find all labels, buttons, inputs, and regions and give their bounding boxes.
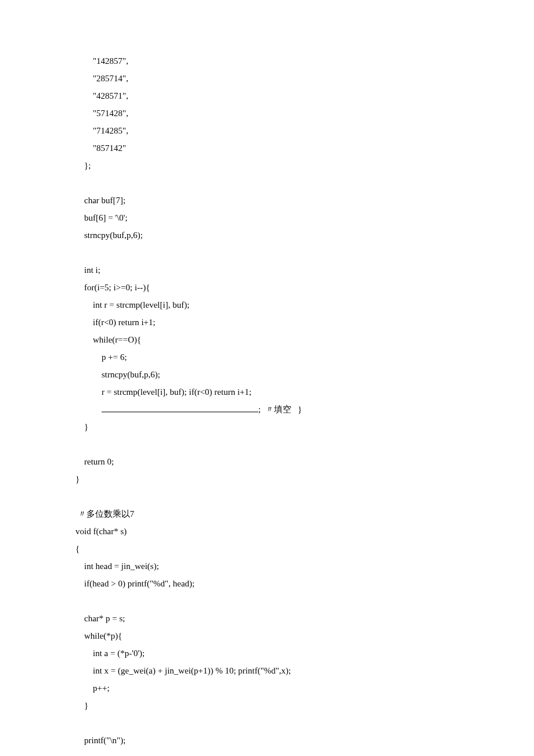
code-line: buf[6] = '\0'; <box>75 213 128 222</box>
code-line: return 0; <box>75 457 114 466</box>
code-line: int x = (ge_wei(a) + jin_wei(p+1)) % 10;… <box>75 666 291 675</box>
code-line: if(head > 0) printf("%d", head); <box>75 579 194 588</box>
code-line: char buf[7]; <box>75 196 125 205</box>
code-line: r = strcmp(level[i], buf); if(r<0) retur… <box>75 387 251 397</box>
code-line: while(r==O){ <box>75 335 141 344</box>
code-line: int head = jin_wei(s); <box>75 561 159 571</box>
code-line: } <box>75 474 80 484</box>
code-line: strncpy(buf,p,6); <box>75 231 143 240</box>
code-line: "142857", <box>75 56 128 66</box>
code-line: "857142" <box>75 143 126 153</box>
code-line: p++; <box>75 683 110 693</box>
code-line: if(r<0) return i+1; <box>75 318 156 327</box>
code-line: while(*p){ <box>75 631 122 640</box>
code-line: int a = (*p-'0'); <box>75 649 145 658</box>
code-line: "714285", <box>75 126 128 135</box>
code-line: "571428", <box>75 109 128 118</box>
code-line: { <box>75 544 80 553</box>
code-line-suffix: ; 〃填空 } <box>258 405 302 414</box>
code-line-prefix <box>75 405 102 414</box>
code-line: } <box>75 422 88 431</box>
code-line: } <box>75 701 88 710</box>
code-line: "428571", <box>75 91 128 100</box>
code-line: p += 6; <box>75 352 127 362</box>
code-line: int i; <box>75 265 100 275</box>
code-page: "142857", "285714", "428571", "571428", … <box>0 0 534 756</box>
fill-blank[interactable] <box>102 403 258 412</box>
code-line: "285714", <box>75 74 128 83</box>
code-line: }; <box>75 161 91 170</box>
code-line: for(i=5; i>=0; i--){ <box>75 283 150 292</box>
code-line: 〃多位数乘以7 <box>75 509 134 519</box>
code-line: printf("\n"); <box>75 736 125 745</box>
code-line: char* p = s; <box>75 614 125 623</box>
code-line: int r = strcmp(level[i], buf); <box>75 300 189 309</box>
code-line: void f(char* s) <box>75 527 127 536</box>
code-line: strncpy(buf,p,6); <box>75 370 160 379</box>
